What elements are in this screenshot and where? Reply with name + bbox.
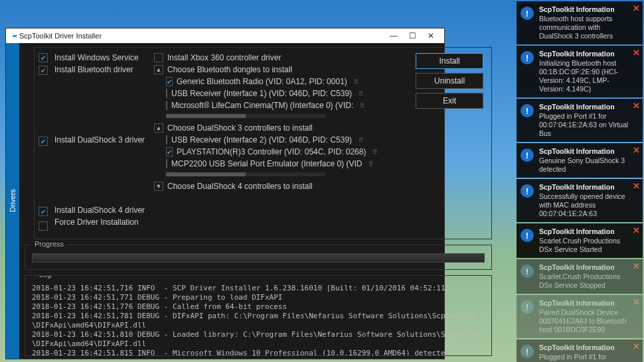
notification-close-button[interactable]: ✕	[633, 262, 640, 271]
info-icon: !	[521, 184, 534, 198]
drag-handle-icon[interactable]: ⠿	[360, 102, 364, 109]
label-bt-usb-if1: USB Receiver (Interface 1) (VID: 046D, P…	[171, 89, 352, 98]
checkbox-ds3-ps3[interactable]	[166, 147, 173, 156]
checkbox-bt-lifecam[interactable]	[166, 101, 167, 110]
checkbox-bt-usb-if1[interactable]	[166, 89, 167, 98]
notification-title: ScpToolkit Information	[539, 147, 629, 156]
uninstall-button[interactable]: Uninstall	[416, 73, 483, 89]
drag-handle-icon[interactable]: ⠿	[359, 137, 362, 144]
expand-ds3-icon[interactable]: ▲	[154, 123, 163, 133]
exit-button[interactable]: Exit	[416, 93, 483, 109]
sidebar-tab-drivers[interactable]: Drivers	[6, 43, 19, 359]
chevron-down-icon: ▾	[35, 275, 37, 278]
notification: !✕ScpToolkit InformationPlugged in Port …	[517, 99, 643, 142]
notification-title: ScpToolkit Information	[539, 263, 629, 272]
notification-body: Initializing Bluetooth host 00:1B:DC:0F:…	[539, 59, 629, 93]
log-text: 2018-01-23 16:42:51,716 INFO - SCP Drive…	[32, 284, 485, 356]
notification-close-button[interactable]: ✕	[633, 298, 640, 306]
label-install-bluetooth: Install Bluetooth driver	[54, 65, 133, 74]
notification-body: Scarlet.Crush Productions DSx Service St…	[539, 237, 629, 254]
notification-title: ScpToolkit Information	[539, 50, 629, 58]
app-icon	[10, 31, 19, 40]
log-label[interactable]: ▾Log	[32, 275, 54, 278]
notification-title: ScpToolkit Information	[539, 5, 629, 14]
notification-title: ScpToolkit Information	[539, 183, 629, 192]
drag-handle-icon[interactable]: ⠿	[354, 78, 358, 86]
label-force-driver: Force Driver Installation	[54, 217, 139, 227]
label-bt-generic: Generic Bluetooth Radio (VID: 0A12, PID:…	[177, 77, 347, 86]
window-title: ScpToolkit Driver Installer	[19, 32, 102, 40]
label-install-ds4: Install DualShock 4 driver	[54, 206, 145, 215]
notification: !✕ScpToolkit InformationBluetooth host s…	[517, 1, 643, 44]
checkbox-install-windows-service[interactable]	[39, 53, 48, 62]
label-install-xbox360: Install Xbox 360 controller driver	[167, 53, 281, 62]
notification-body: Successfully opened device with MAC addr…	[539, 192, 629, 218]
label-choose-bt: Choose Bluetooth dongles to install	[167, 65, 292, 74]
notification: !✕ScpToolkit InformationInitializing Blu…	[517, 46, 643, 97]
info-icon: !	[521, 300, 534, 314]
expand-bt-icon[interactable]: ▲	[154, 65, 163, 74]
notification-close-button[interactable]: ✕	[633, 146, 640, 154]
log-panel: ▾Log 2018-01-23 16:42:51,716 INFO - SCP …	[25, 275, 492, 356]
ds3-scrollbar[interactable]	[166, 172, 325, 176]
notification-close-button[interactable]: ✕	[633, 48, 640, 57]
notification-close-button[interactable]: ✕	[633, 101, 640, 110]
notification: !✕ScpToolkit InformationGenuine Sony Dua…	[517, 143, 643, 178]
notification: !✕ScpToolkit InformationSuccessfully ope…	[517, 179, 643, 222]
label-choose-ds3: Choose DualShock 3 controllers to instal…	[167, 123, 313, 133]
notification-title: ScpToolkit Information	[539, 227, 629, 236]
checkbox-bt-generic[interactable]	[166, 77, 173, 86]
label-ds3-ps3: PLAYSTATION(R)3 Controller (VID: 054C, P…	[177, 147, 366, 156]
progress-panel: Progress	[25, 245, 492, 270]
titlebar: ScpToolkit Driver Installer — ☐ ✕	[6, 29, 444, 43]
notification-title: ScpToolkit Information	[539, 299, 629, 308]
notification: !✕ScpToolkit InformationPlugged in Port …	[517, 339, 643, 362]
checkbox-install-ds4[interactable]	[39, 207, 48, 216]
notification-body: Bluetooth host supports communication wi…	[539, 15, 629, 40]
checkbox-ds3-mcp[interactable]	[166, 159, 167, 168]
checkbox-force-driver[interactable]	[39, 221, 48, 231]
checkbox-install-ds3[interactable]	[39, 137, 48, 146]
notification-close-button[interactable]: ✕	[633, 226, 640, 235]
notification: !✕ScpToolkit InformationScarlet.Crush Pr…	[517, 259, 643, 294]
notification-title: ScpToolkit Information	[539, 103, 629, 111]
progress-label: Progress	[32, 240, 66, 248]
close-button[interactable]: ✕	[422, 31, 440, 40]
main-window: ScpToolkit Driver Installer — ☐ ✕ Driver…	[5, 28, 445, 359]
bt-scrollbar[interactable]	[166, 114, 325, 118]
label-install-ds3: Install DualShock 3 driver	[54, 135, 145, 145]
progress-bar	[32, 253, 485, 263]
info-icon: !	[521, 104, 534, 117]
drivers-panel: Install Windows Service Install Bluetoot…	[34, 47, 492, 239]
info-icon: !	[521, 345, 534, 358]
info-icon: !	[521, 229, 534, 242]
label-ds3-mcp: MCP2200 USB Serial Port Emulator (Interf…	[171, 159, 362, 168]
notification-body: Plugged in Port #1 for 00:07:04:1E:2A:63…	[539, 112, 629, 138]
checkbox-install-bluetooth[interactable]	[39, 66, 48, 75]
notification-body: Plugged in Port #1 for 00:07:04:1E:2A:63…	[539, 353, 629, 362]
checkbox-install-xbox360[interactable]	[154, 53, 163, 62]
notification-close-button[interactable]: ✕	[633, 182, 640, 190]
maximize-button[interactable]: ☐	[403, 31, 422, 40]
info-icon: !	[521, 149, 534, 162]
notification-close-button[interactable]: ✕	[633, 342, 640, 351]
info-icon: !	[521, 265, 534, 278]
notification-column: !✕ScpToolkit InformationBluetooth host s…	[517, 1, 643, 362]
ds3-device-list: USB Receiver (Interface 2) (VID: 046D, P…	[166, 135, 347, 168]
minimize-button[interactable]: —	[384, 31, 403, 40]
notification-title: ScpToolkit Information	[539, 343, 629, 352]
label-ds3-usb-if2: USB Receiver (Interface 2) (VID: 046D, P…	[171, 135, 352, 145]
label-install-windows-service: Install Windows Service	[54, 53, 139, 62]
install-button[interactable]: Install	[416, 53, 483, 69]
notification: !✕ScpToolkit InformationPaired DualShock…	[517, 295, 643, 338]
drag-handle-icon[interactable]: ⠿	[372, 149, 376, 156]
drag-handle-icon[interactable]: ⠿	[359, 90, 362, 97]
checkbox-ds3-usb-if2[interactable]	[166, 135, 167, 145]
label-choose-ds4: Choose DualShock 4 controllers to instal…	[167, 182, 313, 191]
drag-handle-icon[interactable]: ⠿	[368, 160, 372, 168]
info-icon: !	[521, 51, 534, 64]
notification-close-button[interactable]: ✕	[633, 4, 640, 13]
info-icon: !	[521, 7, 534, 20]
notification-body: Genuine Sony DualShock 3 detected	[539, 156, 629, 174]
expand-ds4-icon[interactable]: ▼	[154, 182, 163, 191]
